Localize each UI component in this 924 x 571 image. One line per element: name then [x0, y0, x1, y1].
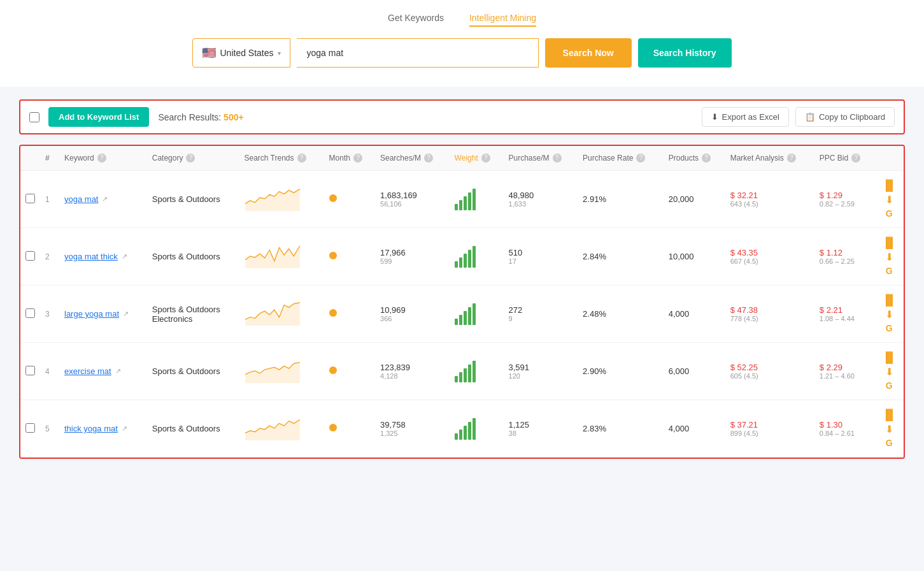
trend-chart [244, 415, 301, 440]
weight-bar [468, 307, 471, 325]
purchase-cell: 272 9 [509, 305, 573, 322]
weight-bar [459, 315, 462, 325]
google-icon[interactable]: G [886, 266, 893, 276]
weight-bar [455, 433, 458, 440]
search-history-button[interactable]: Search History [638, 38, 732, 68]
top-section: Get Keywords Intelligent Mining 🇺🇸 Unite… [0, 0, 924, 87]
category-text: Sports & OutdoorsElectronics [152, 305, 220, 324]
weight-bar [464, 368, 467, 382]
download-icon[interactable]: ⬇ [885, 251, 893, 263]
tab-intelligent-mining[interactable]: Intelligent Mining [469, 13, 536, 27]
add-to-keyword-list-button[interactable]: Add to Keyword List [48, 107, 149, 127]
keyword-link[interactable]: yoga mat thick [64, 252, 118, 261]
ppc-sub: 0.66 – 2.25 [820, 257, 870, 265]
external-link-icon[interactable]: ↗ [102, 195, 108, 203]
bar-chart-icon[interactable]: ▐▌ [882, 352, 897, 363]
country-selector[interactable]: 🇺🇸 United States ▾ [192, 38, 290, 68]
keyword-link[interactable]: large yoga mat [64, 309, 119, 319]
external-link-icon[interactable]: ↗ [122, 424, 127, 433]
search-input[interactable] [297, 38, 539, 68]
weight-bar [455, 376, 458, 382]
bar-chart-icon[interactable]: ▐▌ [882, 180, 897, 191]
row-checkbox[interactable] [25, 366, 35, 375]
col-category: Category ? [147, 146, 239, 171]
row-checkbox[interactable] [25, 423, 35, 433]
ppc-main: $ 2.29 [820, 363, 870, 372]
clipboard-icon: 📋 [805, 112, 815, 122]
external-link-icon[interactable]: ↗ [123, 310, 129, 318]
results-table: # Keyword ? Category ? [20, 146, 904, 458]
col-market-analysis: Market Analysis ? [725, 146, 814, 171]
products-info-icon[interactable]: ? [702, 154, 711, 163]
month-dot [329, 309, 337, 317]
col-products: Products ? [664, 146, 725, 171]
market-sub: 643 (4.5) [730, 200, 809, 208]
row-checkbox[interactable] [25, 251, 35, 261]
col-purchase-rate: Purchase Rate ? [578, 146, 664, 171]
searches-info-icon[interactable]: ? [424, 154, 433, 163]
keyword-info-icon[interactable]: ? [97, 154, 106, 163]
select-all-checkbox[interactable] [29, 112, 39, 122]
action-icons: ▐▌ ⬇ G [879, 352, 899, 391]
table-row: 5 thick yoga mat ↗ Sports & Outdoors 39,… [20, 400, 904, 458]
market-cell: $ 52.25 605 (4.5) [730, 363, 809, 380]
ppc-cell: $ 2.21 1.08 – 4.44 [820, 305, 870, 322]
col-search-trends: Search Trends ? [239, 146, 323, 171]
google-icon[interactable]: G [886, 438, 893, 448]
month-info-icon[interactable]: ? [353, 154, 362, 163]
market-info-icon[interactable]: ? [787, 154, 796, 163]
bar-chart-icon[interactable]: ▐▌ [882, 409, 897, 421]
weight-bars [455, 246, 499, 268]
searches-sub: 1,325 [380, 430, 444, 437]
trends-info-icon[interactable]: ? [297, 154, 306, 163]
action-icons: ▐▌ ⬇ G [879, 409, 899, 448]
google-icon[interactable]: G [886, 323, 893, 333]
ppc-main: $ 2.21 [820, 305, 870, 315]
products-value: 4,000 [669, 309, 690, 319]
keyword-link[interactable]: exercise mat [64, 366, 111, 376]
row-checkbox[interactable] [25, 308, 35, 318]
purchase-main: 3,591 [509, 363, 573, 372]
download-icon[interactable]: ⬇ [885, 308, 893, 321]
search-now-button[interactable]: Search Now [545, 38, 632, 68]
trend-chart [244, 243, 301, 268]
bar-chart-icon[interactable]: ▐▌ [882, 294, 897, 306]
chevron-down-icon: ▾ [278, 50, 281, 57]
purchase-rate-info-icon[interactable]: ? [636, 154, 645, 163]
table-row: 1 yoga mat ↗ Sports & Outdoors 1,683,169… [20, 171, 904, 228]
weight-bar [459, 257, 462, 268]
download-icon[interactable]: ⬇ [885, 194, 893, 206]
weight-info-icon[interactable]: ? [481, 154, 490, 163]
keyword-cell: yoga mat ↗ [64, 194, 142, 204]
external-link-icon[interactable]: ↗ [115, 367, 121, 375]
category-info-icon[interactable]: ? [186, 154, 195, 163]
searches-sub: 366 [380, 315, 444, 322]
weight-bar [473, 418, 476, 440]
ppc-cell: $ 1.12 0.66 – 2.25 [820, 248, 870, 265]
tab-get-keywords[interactable]: Get Keywords [388, 13, 444, 27]
google-icon[interactable]: G [886, 208, 893, 219]
ppc-cell: $ 2.29 1.21 – 4.60 [820, 363, 870, 380]
external-link-icon[interactable]: ↗ [122, 252, 127, 261]
google-icon[interactable]: G [886, 380, 893, 391]
row-checkbox[interactable] [25, 194, 35, 203]
download-icon[interactable]: ⬇ [885, 366, 893, 378]
keyword-link[interactable]: yoga mat [64, 194, 98, 204]
country-label: United States [220, 48, 273, 58]
purchase-main: 1,125 [509, 420, 573, 430]
keyword-link[interactable]: thick yoga mat [64, 424, 118, 433]
export-excel-button[interactable]: ⬇ Export as Excel [702, 107, 789, 127]
tab-bar: Get Keywords Intelligent Mining [388, 13, 536, 27]
search-bar: 🇺🇸 United States ▾ Search Now Search His… [192, 38, 731, 68]
download-icon[interactable]: ⬇ [885, 423, 893, 435]
col-month: Month ? [324, 146, 375, 171]
copy-clipboard-button[interactable]: 📋 Copy to Clipboard [795, 107, 895, 127]
ppc-info-icon[interactable]: ? [851, 154, 860, 163]
col-ppc-bid: PPC Bid ? [814, 146, 875, 171]
bar-chart-icon[interactable]: ▐▌ [882, 237, 897, 249]
keyword-cell: thick yoga mat ↗ [64, 424, 142, 433]
weight-bar [464, 196, 467, 210]
purchase-m-info-icon[interactable]: ? [553, 154, 562, 163]
market-main: $ 37.21 [730, 420, 809, 430]
weight-bar [455, 204, 458, 210]
